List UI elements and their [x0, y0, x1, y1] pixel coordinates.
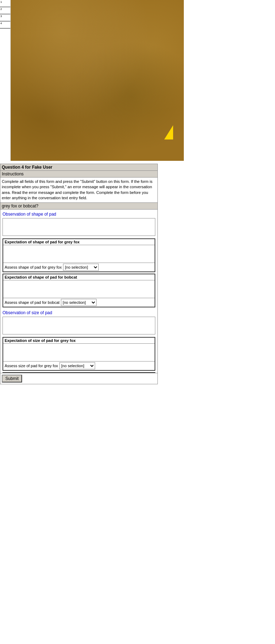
ruler-mark-3: 3: [0, 14, 10, 21]
assess-shape-bobcat-row: Assess shape of pad for bobcat [no selec…: [3, 298, 155, 307]
section-shape: Observation of shape of pad Expectation …: [2, 212, 155, 307]
section-size: Observation of size of pad Expectation o…: [2, 310, 155, 373]
assess-shape-bobcat-label: Assess shape of pad for bobcat: [5, 300, 59, 305]
expectation-shape-greyfox-title: Expectation of shape of pad for grey fox: [3, 239, 155, 245]
assess-size-greyfox-label: Assess size of pad for grey fox: [5, 364, 58, 368]
form-scroll-area[interactable]: Observation of shape of pad Expectation …: [0, 210, 157, 373]
ruler: 1 2 3 4: [0, 0, 11, 161]
observation-size-link[interactable]: Observation of size of pad: [2, 310, 155, 315]
main-form: Question 4 for Fake User Instructions Co…: [0, 164, 158, 384]
expectation-shape-greyfox-box: Expectation of shape of pad for grey fox…: [2, 238, 155, 272]
expectation-shape-bobcat-title: Expectation of shape of pad for bobcat: [3, 274, 155, 280]
expectation-shape-greyfox-textarea[interactable]: [3, 245, 155, 263]
submit-row: Submit: [0, 373, 157, 384]
assess-size-greyfox-select[interactable]: [no selection] consistent inconsistent N…: [59, 362, 95, 369]
expectation-shape-bobcat-box: Expectation of shape of pad for bobcat A…: [2, 274, 155, 307]
assess-shape-bobcat-select[interactable]: [no selection] consistent inconsistent N…: [61, 299, 97, 306]
track-image: 1 2 3 4: [0, 0, 184, 161]
assess-shape-greyfox-label: Assess shape of pad for grey fox: [5, 265, 62, 269]
ruler-mark-2: 2: [0, 7, 10, 14]
instructions-label: Instructions: [0, 171, 157, 178]
assess-shape-greyfox-row: Assess shape of pad for grey fox [no sel…: [3, 263, 155, 271]
expectation-shape-bobcat-textarea[interactable]: [3, 280, 155, 298]
instructions-text: Complete all fields of this form and pre…: [0, 178, 157, 203]
observation-size-textarea[interactable]: [2, 317, 155, 334]
expectation-size-greyfox-textarea[interactable]: [3, 344, 155, 361]
form-title: Question 4 for Fake User: [0, 164, 157, 171]
ruler-mark-1: 1: [0, 0, 10, 7]
observation-shape-link[interactable]: Observation of shape of pad: [2, 212, 155, 217]
observation-shape-textarea[interactable]: [2, 218, 155, 236]
expectation-size-greyfox-box: Expectation of size of pad for grey fox …: [2, 337, 155, 371]
assess-shape-greyfox-select[interactable]: [no selection] consistent inconsistent N…: [63, 264, 99, 271]
expectation-size-greyfox-title: Expectation of size of pad for grey fox: [3, 338, 155, 344]
submit-button[interactable]: Submit: [2, 375, 22, 382]
ruler-mark-4: 4: [0, 21, 10, 28]
assess-size-greyfox-row: Assess size of pad for grey fox [no sele…: [3, 361, 155, 370]
question-label: grey fox or bobcat?: [0, 203, 157, 210]
yellow-arrow: [164, 125, 173, 139]
